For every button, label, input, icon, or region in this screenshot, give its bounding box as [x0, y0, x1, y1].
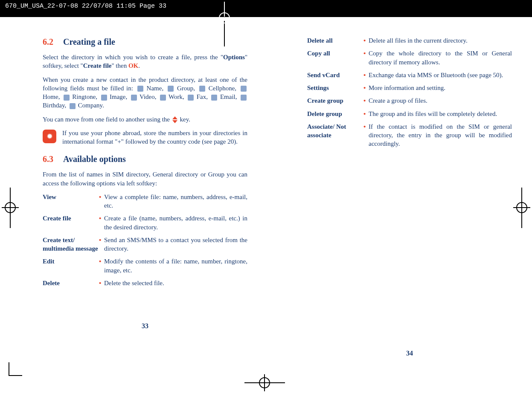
bullet-icon: • — [363, 36, 369, 45]
option-desc: Delete all files in the current director… — [369, 36, 512, 45]
page-number-left: 33 — [43, 321, 247, 331]
para-options-intro: From the list of names in SIM directory,… — [43, 170, 247, 188]
company-icon — [70, 103, 76, 109]
option-desc: View a complete file: name, numbers, add… — [104, 193, 247, 210]
bullet-icon: • — [363, 84, 369, 92]
option-row: Delete all•Delete all files in the curre… — [307, 36, 512, 45]
para-create-file: Select the directory in which you wish t… — [43, 53, 247, 70]
option-desc: The group and its files will be complete… — [369, 110, 512, 118]
crop-mark-bottom — [244, 374, 285, 391]
birthday-icon — [241, 95, 247, 101]
option-label: Delete all — [307, 36, 363, 45]
section-number: 6.3 — [43, 154, 53, 164]
bullet-icon: • — [363, 96, 369, 105]
field-label: Email, — [218, 93, 239, 100]
option-row: Delete•Delete the selected file. — [43, 279, 247, 287]
option-desc: Send an SMS/MMS to a contact you selecte… — [104, 236, 247, 253]
option-label: Create text/ multimedia message — [43, 236, 99, 253]
option-label: Delete group — [307, 110, 363, 118]
field-label: Video, — [138, 93, 158, 100]
field-label: Birthday, — [43, 102, 68, 109]
field-label: Group, — [174, 85, 198, 92]
option-label: Settings — [307, 84, 363, 92]
page-right: Delete all•Delete all files in the curre… — [290, 32, 529, 358]
print-header-text: 670_UM_USA_22-07-08 22/07/08 11:05 Page … — [5, 3, 166, 10]
fax-icon — [188, 95, 194, 101]
bullet-icon: • — [363, 49, 369, 66]
options-list-left: View•View a complete file: name, numbers… — [43, 193, 247, 287]
crop-corner-bottom-left — [9, 362, 22, 376]
group-icon — [168, 86, 174, 92]
section-number: 6.2 — [43, 37, 53, 46]
heading-6-3: 6.3 Available options — [43, 153, 247, 165]
option-desc: Modify the contents of a file: name, num… — [104, 257, 247, 275]
field-label: Work, — [167, 93, 186, 100]
nav-key-icon — [172, 116, 177, 123]
option-row: Settings•More information and setting. — [307, 84, 512, 92]
field-label: Name, — [144, 85, 166, 92]
option-label: Create group — [307, 96, 363, 105]
option-row: Edit•Modify the contents of a file: name… — [43, 257, 247, 275]
field-label: Cellphone, — [206, 85, 239, 92]
field-label: Image, — [108, 93, 129, 100]
option-label: Create file — [43, 214, 99, 231]
page-number-right: 34 — [307, 349, 512, 358]
para-nav-key: You can move from one field to another u… — [43, 115, 247, 124]
tip-international: ✹ If you use your phone abroad, store th… — [43, 129, 247, 146]
crop-mark-top — [211, 2, 238, 46]
section-title: Available options — [63, 154, 126, 164]
crop-mark-right — [513, 188, 530, 228]
tip-text: If you use your phone abroad, store the … — [62, 129, 247, 146]
option-row: Delete group•The group and its files wil… — [307, 110, 512, 118]
option-row: Create text/ multimedia message•Send an … — [43, 236, 247, 253]
work-icon — [160, 95, 166, 101]
field-label: Ringtone, — [70, 93, 99, 100]
page-spread: 6.2 Creating a file Select the directory… — [0, 0, 532, 358]
option-desc: If the contact is modified on the SIM or… — [369, 122, 512, 148]
options-list-right: Delete all•Delete all files in the curre… — [307, 36, 512, 148]
print-header-strip: 670_UM_USA_22-07-08 22/07/08 11:05 Page … — [0, 0, 532, 17]
video-icon — [131, 95, 137, 101]
field-label: Company. — [76, 102, 104, 109]
section-title: Creating a file — [63, 37, 115, 46]
option-desc: Exchange data via MMS or Bluetooth (see … — [369, 71, 512, 79]
bullet-icon: • — [99, 236, 104, 253]
field-label: Home, — [43, 93, 62, 100]
option-label: Copy all — [307, 49, 363, 66]
crop-mark-left — [2, 188, 19, 228]
person-icon — [137, 86, 143, 92]
option-row: View•View a complete file: name, numbers… — [43, 193, 247, 210]
option-row: Create group•Create a group of files. — [307, 96, 512, 105]
lightbulb-icon: ✹ — [43, 130, 56, 143]
image-icon — [101, 95, 107, 101]
option-row: Associate/ Not associate•If the contact … — [307, 122, 512, 148]
bullet-icon: • — [99, 279, 104, 287]
option-label: View — [43, 193, 99, 210]
option-label: Send vCard — [307, 71, 363, 79]
option-desc: Delete the selected file. — [104, 279, 247, 287]
home-icon — [241, 86, 247, 92]
bullet-icon: • — [99, 257, 104, 275]
option-desc: Copy the whole directory to the SIM or G… — [369, 49, 512, 66]
option-row: Send vCard•Exchange data via MMS or Blue… — [307, 71, 512, 79]
page-left: 6.2 Creating a file Select the directory… — [26, 32, 265, 358]
option-label: Delete — [43, 279, 99, 287]
field-label: Fax, — [195, 93, 209, 100]
option-desc: More information and setting. — [369, 84, 512, 92]
option-label: Edit — [43, 257, 99, 275]
option-desc: Create a group of files. — [369, 96, 512, 105]
bullet-icon: • — [363, 71, 369, 79]
option-row: Create file•Create a file (name, numbers… — [43, 214, 247, 231]
cell-icon — [199, 86, 205, 92]
email-icon — [211, 95, 217, 101]
bullet-icon: • — [363, 122, 369, 148]
ringtone-icon — [64, 95, 70, 101]
bullet-icon: • — [363, 110, 369, 118]
bullet-icon: • — [99, 193, 104, 210]
bullet-icon: • — [99, 214, 104, 231]
option-row: Copy all•Copy the whole directory to the… — [307, 49, 512, 66]
option-desc: Create a file (name, numbers, address, e… — [104, 214, 247, 231]
para-fields: When you create a new contact in the pro… — [43, 75, 247, 110]
option-label: Associate/ Not associate — [307, 122, 363, 148]
ok-key: OK — [128, 62, 138, 69]
